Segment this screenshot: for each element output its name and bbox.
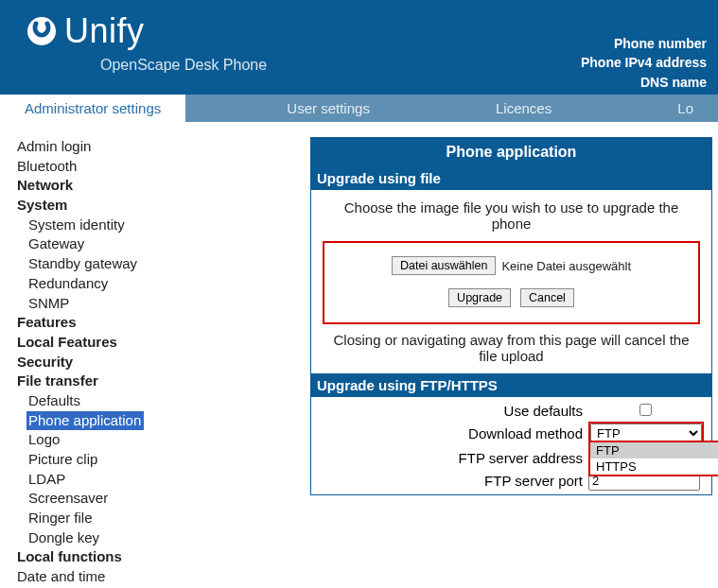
- choose-file-button[interactable]: Datei auswählen: [392, 256, 496, 275]
- upgrade-file-highlight: Datei auswählen Keine Datei ausgewählt U…: [323, 241, 700, 324]
- svg-point-0: [27, 17, 56, 45]
- download-option-ftp[interactable]: FTP: [590, 442, 718, 458]
- no-file-text: Keine Datei ausgewählt: [501, 259, 631, 273]
- ftp-port-label: FTP server port: [321, 473, 583, 489]
- sidebar-section-local-functions[interactable]: Local functions: [17, 547, 310, 567]
- brand: Unify: [26, 11, 267, 51]
- sidebar-item-standby-gateway[interactable]: Standby gateway: [17, 254, 310, 274]
- download-method-dropdown: FTP HTTPS: [588, 441, 718, 476]
- main-panel: Phone application Upgrade using file Cho…: [310, 137, 718, 588]
- app-header: Unify OpenScape Desk Phone Phone number …: [0, 0, 718, 95]
- choose-image-text: Choose the image file you wish to use to…: [323, 199, 700, 232]
- sidebar-section-system[interactable]: System: [17, 196, 310, 216]
- sidebar-section-file-transfer[interactable]: File transfer: [17, 372, 310, 391]
- sidebar-item-gateway[interactable]: Gateway: [17, 234, 310, 254]
- sidebar-section-network[interactable]: Network: [17, 176, 310, 196]
- panel-title: Phone application: [311, 138, 711, 166]
- cancel-button[interactable]: Cancel: [520, 288, 574, 307]
- sidebar-item-picture-clip[interactable]: Picture clip: [17, 450, 310, 470]
- sidebar-item-bluetooth[interactable]: Bluetooth: [17, 157, 310, 177]
- upgrade-file-title: Upgrade using file: [311, 166, 711, 190]
- sidebar-section-features[interactable]: Features: [17, 313, 310, 333]
- main-tabs: Administrator settings User settings Lic…: [0, 95, 718, 122]
- sidebar-item-logo[interactable]: Logo: [17, 430, 310, 450]
- tab-admin-settings[interactable]: Administrator settings: [0, 95, 185, 122]
- download-option-https[interactable]: HTTPS: [590, 458, 718, 475]
- ftp-address-label: FTP server address: [321, 450, 583, 466]
- upgrade-button[interactable]: Upgrade: [448, 288, 511, 307]
- download-method-label: Download method: [321, 425, 583, 441]
- ipv4-label: Phone IPv4 address: [581, 53, 707, 72]
- brand-name: Unify: [64, 11, 145, 51]
- sidebar-item-ringer-file[interactable]: Ringer file: [17, 509, 310, 528]
- phone-number-label: Phone number: [581, 34, 707, 53]
- sidebar: Admin login Bluetooth Network System Sys…: [17, 137, 310, 588]
- use-defaults-label: Use defaults: [321, 403, 583, 419]
- sidebar-item-screensaver[interactable]: Screensaver: [17, 489, 310, 509]
- closing-note: Closing or navigating away from this pag…: [323, 332, 700, 364]
- sidebar-item-redundancy[interactable]: Redundancy: [17, 274, 310, 294]
- use-defaults-checkbox[interactable]: [639, 404, 652, 416]
- tab-licences[interactable]: Licences: [471, 95, 576, 122]
- sidebar-item-defaults[interactable]: Defaults: [17, 391, 310, 411]
- sidebar-item-snmp[interactable]: SNMP: [17, 294, 310, 314]
- sidebar-item-admin-login[interactable]: Admin login: [17, 137, 310, 157]
- header-info: Phone number Phone IPv4 address DNS name: [581, 34, 707, 92]
- tab-lo[interactable]: Lo: [653, 95, 718, 122]
- sidebar-item-system-identity[interactable]: System identity: [17, 216, 310, 235]
- sidebar-section-security[interactable]: Security: [17, 353, 310, 372]
- unify-logo-icon: [26, 16, 57, 46]
- sidebar-item-dongle-key[interactable]: Dongle key: [17, 528, 310, 548]
- sidebar-item-phone-application[interactable]: Phone application: [26, 411, 144, 431]
- sidebar-item-ldap[interactable]: LDAP: [17, 470, 310, 490]
- dns-label: DNS name: [581, 73, 707, 92]
- upgrade-ftp-title: Upgrade using FTP/HTTPS: [311, 373, 711, 397]
- sidebar-item-date-time[interactable]: Date and time: [17, 567, 310, 587]
- product-subtitle: OpenScape Desk Phone: [100, 57, 267, 74]
- tab-user-settings[interactable]: User settings: [262, 95, 394, 122]
- sidebar-section-local-features[interactable]: Local Features: [17, 333, 310, 353]
